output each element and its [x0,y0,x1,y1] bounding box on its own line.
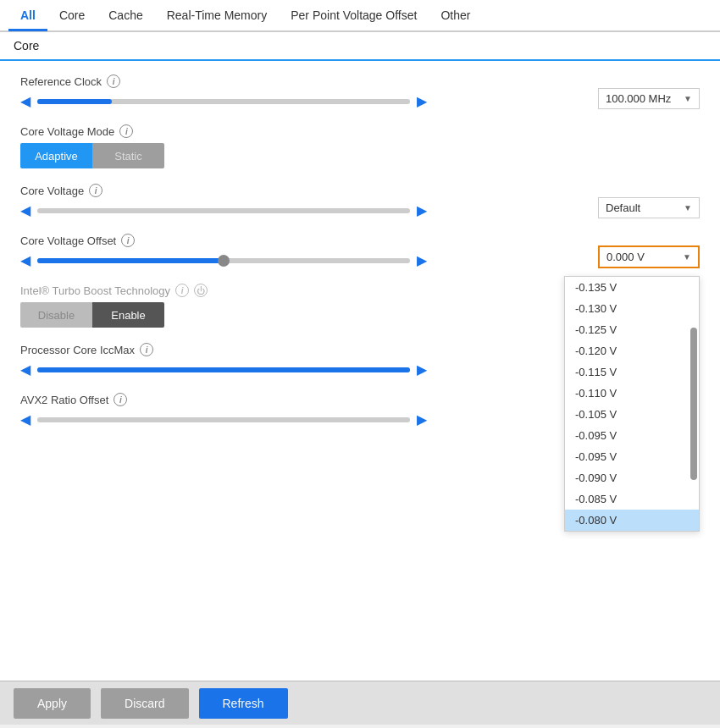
core-voltage-offset-track[interactable] [37,258,410,263]
reference-clock-decrement[interactable]: ◀ [20,93,30,109]
processor-iccmax-track[interactable] [37,367,410,372]
reference-clock-left: Reference Clock i ◀ ▶ [20,74,584,109]
tab-realtime-memory[interactable]: Real-Time Memory [155,2,280,29]
core-voltage-offset-dropdown-arrow: ▼ [683,252,691,262]
avx2-ratio-offset-info-icon[interactable]: i [114,393,127,406]
turbo-boost-toggle: Disable Enable [20,302,164,328]
section-title: Core [14,39,39,52]
reference-clock-slider: ◀ ▶ [20,93,584,109]
reference-clock-dropdown-arrow: ▼ [684,94,692,103]
core-voltage-offset-thumb[interactable] [218,255,230,267]
dropdown-item-3[interactable]: -0.120 V [565,340,699,361]
core-voltage-offset-slider: ◀ ▶ [20,252,584,268]
main-content: Reference Clock i ◀ ▶ 100.000 MHz ▼ Core… [0,61,720,681]
core-voltage-offset-info-icon[interactable]: i [121,234,135,247]
reference-clock-info-icon[interactable]: i [107,74,120,88]
dropdown-item-9[interactable]: -0.090 V [565,467,699,488]
dropdown-item-1[interactable]: -0.130 V [565,298,699,319]
processor-iccmax-info-icon[interactable]: i [140,343,153,356]
reference-clock-increment[interactable]: ▶ [417,93,427,109]
core-voltage-increment[interactable]: ▶ [417,202,427,218]
refresh-button[interactable]: Refresh [199,688,288,719]
turbo-boost-power-icon[interactable]: ⏻ [194,284,208,297]
dropdown-item-5[interactable]: -0.110 V [565,383,699,404]
core-voltage-offset-increment[interactable]: ▶ [417,252,427,268]
dropdown-item-0[interactable]: -0.135 V [565,277,699,298]
core-voltage-mode-label: Core Voltage Mode i [20,124,700,138]
dropdown-scrollbar[interactable] [690,328,697,480]
processor-iccmax-decrement[interactable]: ◀ [20,361,30,378]
core-voltage-offset-label: Core Voltage Offset i [20,234,584,247]
tab-all[interactable]: All [8,2,47,31]
core-voltage-decrement[interactable]: ◀ [20,202,30,218]
turbo-boost-enable[interactable]: Enable [92,302,164,328]
core-voltage-mode-toggle: Adaptive Static [20,143,164,168]
turbo-boost-disable[interactable]: Disable [20,302,92,328]
core-voltage-mode-static[interactable]: Static [92,143,164,168]
core-voltage-dropdown-arrow: ▼ [684,203,692,212]
avx2-ratio-offset-track[interactable] [37,417,410,422]
core-voltage-track[interactable] [37,208,410,213]
core-voltage-mode-row: Core Voltage Mode i Adaptive Static [20,124,700,168]
tab-core[interactable]: Core [47,2,97,29]
tab-cache[interactable]: Cache [97,2,154,29]
core-voltage-slider: ◀ ▶ [20,202,584,218]
core-voltage-offset-list[interactable]: -0.135 V -0.130 V -0.125 V -0.120 V -0.1… [564,276,700,532]
core-voltage-dropdown[interactable]: Default ▼ [598,197,700,218]
tab-ppvo[interactable]: Per Point Voltage Offset [279,2,429,29]
apply-button[interactable]: Apply [14,688,91,719]
reference-clock-label: Reference Clock i [20,74,584,88]
dropdown-item-10[interactable]: -0.085 V [565,488,699,510]
dropdown-item-11[interactable]: -0.080 V [565,510,699,531]
processor-iccmax-increment[interactable]: ▶ [417,361,427,378]
dropdown-item-4[interactable]: -0.115 V [565,361,699,383]
core-voltage-mode-adaptive[interactable]: Adaptive [20,143,92,168]
toolbar: Apply Discard Refresh [0,681,720,725]
tab-other[interactable]: Other [429,2,482,29]
reference-clock-dropdown[interactable]: 100.000 MHz ▼ [598,88,700,109]
avx2-ratio-offset-increment[interactable]: ▶ [417,411,427,427]
core-voltage-mode-info-icon[interactable]: i [119,124,133,138]
dropdown-item-8[interactable]: -0.095 V [565,446,699,467]
core-voltage-row: Core Voltage i ◀ ▶ Default ▼ [20,184,700,218]
discard-button[interactable]: Discard [101,688,188,719]
core-voltage-info-icon[interactable]: i [89,184,102,197]
tab-bar: All Core Cache Real-Time Memory Per Poin… [0,0,720,32]
turbo-boost-info-icon[interactable]: i [175,284,189,297]
reference-clock-track[interactable] [37,99,410,104]
dropdown-item-7[interactable]: -0.095 V [565,425,699,446]
core-voltage-offset-left: Core Voltage Offset i ◀ ▶ [20,234,584,268]
core-voltage-label: Core Voltage i [20,184,584,197]
reference-clock-row: Reference Clock i ◀ ▶ 100.000 MHz ▼ [20,74,700,109]
section-header: Core [0,32,720,61]
avx2-ratio-offset-decrement[interactable]: ◀ [20,411,30,427]
core-voltage-offset-dropdown[interactable]: 0.000 V ▼ [598,245,700,268]
core-voltage-offset-decrement[interactable]: ◀ [20,252,30,268]
core-voltage-left: Core Voltage i ◀ ▶ [20,184,584,218]
dropdown-item-6[interactable]: -0.105 V [565,404,699,425]
core-voltage-offset-row: Core Voltage Offset i ◀ ▶ 0.000 V ▼ -0.1… [20,234,700,268]
dropdown-item-2[interactable]: -0.125 V [565,319,699,340]
